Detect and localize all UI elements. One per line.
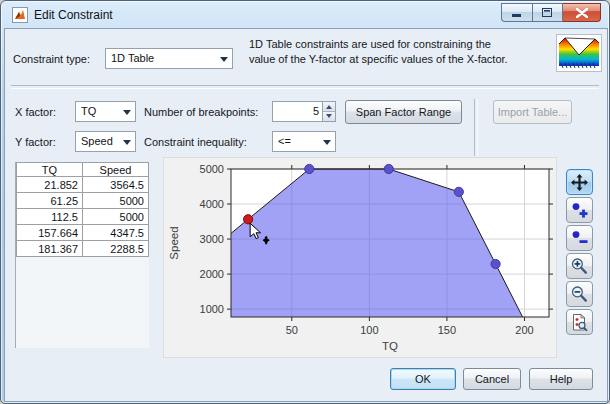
minimize-button[interactable] — [501, 3, 532, 22]
x-tick-label: 200 — [515, 324, 533, 336]
constraint-type-icon — [556, 34, 602, 72]
ok-button[interactable]: OK — [390, 368, 456, 390]
window-title: Edit Constraint — [34, 7, 113, 23]
breakpoints-spinner[interactable]: 5 — [272, 101, 336, 122]
x-factor-label: X factor: — [15, 105, 56, 119]
x-axis-label: TQ — [382, 340, 398, 352]
chevron-down-icon — [323, 140, 331, 145]
up-arrow-icon — [326, 105, 332, 109]
breakpoint-marker[interactable] — [491, 259, 500, 268]
y-factor-dropdown[interactable]: Speed — [75, 131, 136, 152]
x-tick-label: 50 — [286, 324, 298, 336]
zoom-in-icon — [570, 257, 589, 276]
y-tick-label: 4000 — [200, 198, 224, 210]
pan-tool-button[interactable] — [566, 169, 593, 195]
table-row[interactable]: 157.6644347.5 — [17, 225, 149, 241]
import-table-button[interactable]: Import Table... — [493, 100, 572, 124]
separator — [11, 85, 599, 89]
y-tick-label: 1000 — [200, 303, 224, 315]
breakpoint-marker[interactable] — [454, 187, 463, 196]
span-factor-range-button[interactable]: Span Factor Range — [345, 100, 462, 124]
table-cell[interactable]: 21.852 — [17, 177, 83, 193]
table-row[interactable]: 112.55000 — [17, 209, 149, 225]
pan-icon — [570, 173, 589, 192]
add-point-button[interactable] — [566, 197, 593, 223]
breakpoint-table-pane: TQSpeed21.8523564.561.255000112.55000157… — [15, 162, 149, 348]
maximize-button[interactable] — [532, 3, 563, 22]
y-tick-label: 5000 — [200, 163, 224, 175]
help-button[interactable]: Help — [529, 368, 593, 390]
x-tick-label: 100 — [360, 324, 378, 336]
remove-point-icon — [570, 229, 589, 248]
inequality-dropdown[interactable]: <= — [272, 131, 336, 152]
minimize-icon — [512, 8, 522, 17]
cancel-button[interactable]: Cancel — [463, 368, 521, 390]
table-cell[interactable]: 4347.5 — [83, 225, 149, 241]
y-axis-label: Speed — [168, 226, 180, 259]
inequality-label: Constraint inequality: — [144, 135, 247, 149]
breakpoint-marker[interactable] — [305, 164, 314, 173]
constraint-type-dropdown[interactable]: 1D Table — [105, 48, 233, 69]
constraint-chart-panel: 5010015020010002000300040005000TQSpeed — [163, 157, 557, 358]
zoom-out-button[interactable] — [566, 281, 593, 307]
table-row[interactable]: 61.255000 — [17, 193, 149, 209]
selected-breakpoint-marker[interactable] — [244, 215, 253, 224]
y-tick-label: 2000 — [200, 268, 224, 280]
description-line1: 1D Table constraints are used for constr… — [249, 37, 491, 52]
x-tick-label: 150 — [438, 324, 456, 336]
y-tick-label: 3000 — [200, 233, 224, 245]
breakpoint-marker[interactable] — [384, 164, 393, 173]
description-line2: value of the Y-factor at specific values… — [249, 52, 508, 67]
surface-plot-icon — [557, 35, 601, 71]
breakpoint-table[interactable]: TQSpeed21.8523564.561.255000112.55000157… — [16, 162, 149, 257]
titlebar[interactable]: Edit Constraint — [1, 1, 609, 28]
breakpoints-value: 5 — [313, 105, 319, 117]
table-cell[interactable]: 157.664 — [17, 225, 83, 241]
table-row[interactable]: 181.3672288.5 — [17, 241, 149, 257]
table-cell[interactable]: 3564.5 — [83, 177, 149, 193]
chevron-down-icon — [123, 110, 131, 115]
table-cell[interactable]: 5000 — [83, 193, 149, 209]
table-cell[interactable]: 2288.5 — [83, 241, 149, 257]
add-point-icon — [570, 201, 589, 220]
x-factor-value: TQ — [81, 105, 96, 117]
constraint-type-label: Constraint type: — [13, 52, 90, 66]
table-cell[interactable]: 61.25 — [17, 193, 83, 209]
y-factor-label: Y factor: — [15, 135, 56, 149]
y-factor-value: Speed — [81, 135, 113, 147]
x-factor-dropdown[interactable]: TQ — [75, 101, 136, 122]
chevron-down-icon — [123, 140, 131, 145]
spinner-down-button[interactable] — [322, 112, 335, 121]
down-arrow-icon — [326, 114, 332, 118]
table-cell[interactable]: 112.5 — [17, 209, 83, 225]
remove-point-button[interactable] — [566, 225, 593, 251]
constraint-chart[interactable]: 5010015020010002000300040005000TQSpeed — [164, 158, 556, 357]
table-row[interactable]: 21.8523564.5 — [17, 177, 149, 193]
spinner-up-button[interactable] — [322, 102, 335, 112]
close-icon — [576, 8, 588, 18]
reset-zoom-button[interactable] — [566, 309, 593, 335]
reset-zoom-icon — [570, 313, 589, 332]
app-icon — [12, 7, 28, 23]
constraint-type-value: 1D Table — [111, 52, 154, 64]
table-cell[interactable]: 181.367 — [17, 241, 83, 257]
table-cell[interactable]: 5000 — [83, 209, 149, 225]
separator — [474, 99, 478, 156]
chevron-down-icon — [220, 57, 228, 62]
edit-constraint-dialog: Edit Constraint Constraint type: 1D Tabl… — [0, 0, 610, 404]
zoom-out-icon — [570, 285, 589, 304]
table-header: TQ — [17, 163, 83, 177]
zoom-in-button[interactable] — [566, 253, 593, 279]
table-header: Speed — [83, 163, 149, 177]
maximize-icon — [542, 8, 553, 18]
close-button[interactable] — [563, 3, 601, 22]
breakpoints-label: Number of breakpoints: — [144, 105, 258, 119]
inequality-value: <= — [278, 135, 291, 147]
